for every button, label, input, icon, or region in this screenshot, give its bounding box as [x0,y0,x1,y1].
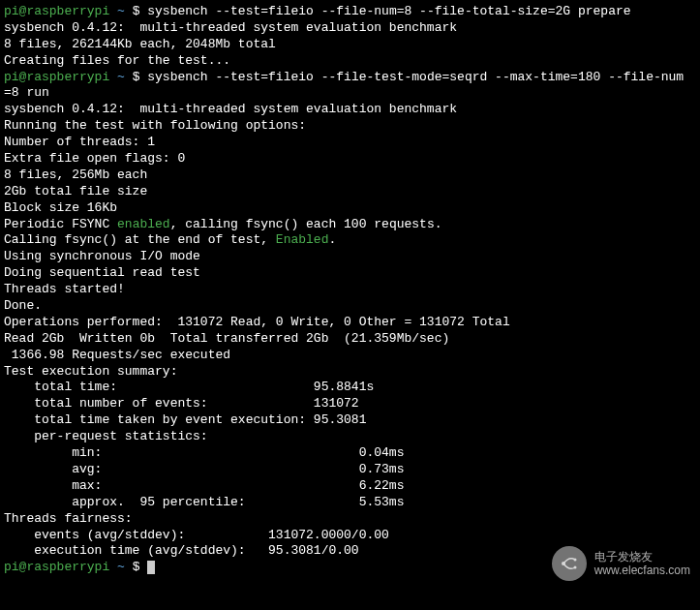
output-line: Threads started! [4,282,696,298]
prompt-path: ~ [117,560,125,574]
output-line: total time: 95.8841s [4,380,696,396]
output-line: max: 6.22ms [4,478,696,495]
output-line: 2Gb total file size [4,184,696,200]
cursor-icon [147,561,155,574]
output-line: Running the test with following options: [4,118,696,135]
output-line: avg: 0.73ms [4,462,696,478]
output-line: Using synchronous I/O mode [4,249,696,265]
output-line: Doing sequential read test [4,265,696,282]
watermark-title: 电子发烧友 [594,550,690,564]
enabled-text: Enabled [276,232,329,247]
output-line: min: 0.04ms [4,445,696,462]
output-line: Creating files for the test... [4,53,696,70]
watermark-text: 电子发烧友 www.elecfans.com [594,550,690,578]
svg-point-2 [573,566,576,569]
command-2: sysbench --test=fileio --file-test-mode=… [147,70,684,84]
output-line: Test execution summary: [4,364,696,381]
command-1: sysbench --test=fileio --file-num=8 --fi… [147,4,630,18]
prompt-line-1: pi@raspberrypi ~ $ sysbench --test=filei… [4,4,696,20]
output-line: total time taken by event execution: 95.… [4,412,696,429]
watermark: 电子发烧友 www.elecfans.com [552,546,690,581]
output-line: 1366.98 Requests/sec executed [4,348,696,364]
terminal[interactable]: pi@raspberrypi ~ $ sysbench --test=filei… [4,4,696,576]
prompt-user: pi@raspberrypi [4,560,109,574]
enabled-text: enabled [117,217,170,231]
output-line: 8 files, 256Mb each [4,168,696,184]
output-line: events (avg/stddev): 131072.0000/0.00 [4,528,696,544]
output-line: approx. 95 percentile: 5.53ms [4,495,696,511]
output-line: Calling fsync() at the end of test, Enab… [4,232,696,249]
prompt-user: pi@raspberrypi [4,70,109,84]
prompt-path: ~ [117,70,125,84]
watermark-logo-icon [552,546,587,581]
watermark-url: www.elecfans.com [594,564,690,577]
output-line: Read 2Gb Written 0b Total transferred 2G… [4,331,696,348]
output-line: Threads fairness: [4,511,696,528]
output-line: Periodic FSYNC enabled, calling fsync() … [4,217,696,233]
output-line: Operations performed: 131072 Read, 0 Wri… [4,315,696,331]
output-line: Block size 16Kb [4,200,696,217]
prompt-line-2: pi@raspberrypi ~ $ sysbench --test=filei… [4,70,696,86]
output-line: sysbench 0.4.12: multi-threaded system e… [4,20,696,37]
output-line: sysbench 0.4.12: multi-threaded system e… [4,102,696,118]
output-line: Extra file open flags: 0 [4,151,696,168]
output-line: per-request statistics: [4,429,696,445]
prompt-path: ~ [117,4,125,18]
output-line: total number of events: 131072 [4,396,696,412]
output-line: 8 files, 262144Kb each, 2048Mb total [4,37,696,53]
svg-point-1 [573,559,576,562]
output-line: Number of threads: 1 [4,135,696,151]
output-line: Done. [4,298,696,315]
prompt-user: pi@raspberrypi [4,4,109,18]
command-2-cont: =8 run [4,85,696,102]
